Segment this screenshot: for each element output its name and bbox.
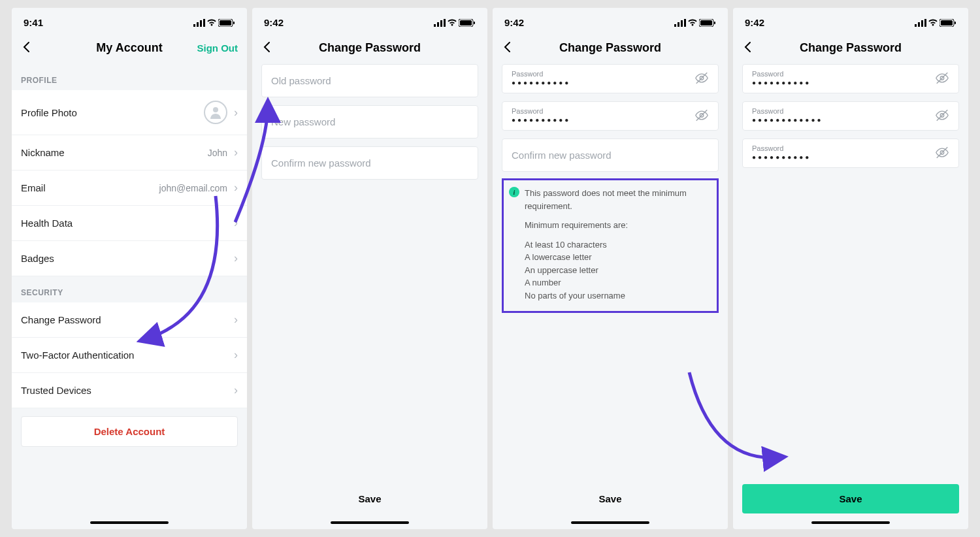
home-indicator[interactable] bbox=[811, 521, 890, 524]
eye-off-icon bbox=[935, 71, 949, 85]
save-button[interactable]: Save bbox=[261, 484, 478, 513]
toggle-visibility-button[interactable] bbox=[935, 108, 949, 124]
new-password-input[interactable]: New password bbox=[261, 105, 478, 138]
list-item-health-data[interactable]: Health Data › bbox=[12, 206, 247, 241]
nav-bar: Change Password bbox=[252, 35, 487, 64]
chevron-left-icon bbox=[263, 41, 270, 53]
save-button[interactable]: Save bbox=[502, 484, 719, 513]
toggle-visibility-button[interactable] bbox=[694, 71, 709, 87]
chevron-left-icon bbox=[743, 41, 751, 53]
svg-rect-13 bbox=[460, 20, 472, 25]
list-label: Badges bbox=[21, 253, 54, 264]
back-button[interactable] bbox=[22, 40, 30, 57]
home-indicator[interactable] bbox=[90, 521, 169, 524]
wifi-icon bbox=[206, 19, 217, 27]
old-password-input[interactable]: Old password bbox=[261, 64, 478, 97]
field-label: Password bbox=[752, 70, 949, 78]
new-password-input[interactable]: Password ●●●●●●●●●● bbox=[502, 101, 719, 131]
list-item-trusted-devices[interactable]: Trusted Devices › bbox=[12, 373, 247, 408]
status-bar: 9:42 bbox=[493, 8, 728, 35]
placeholder: Confirm new password bbox=[271, 157, 371, 169]
section-header-profile: PROFILE bbox=[12, 64, 247, 90]
toggle-visibility-button[interactable] bbox=[935, 145, 949, 161]
list-item-email[interactable]: Email john@email.com › bbox=[12, 171, 247, 206]
password-dots: ●●●●●●●●●● bbox=[512, 116, 709, 123]
old-password-input[interactable]: Password ●●●●●●●●●● bbox=[742, 64, 959, 93]
list-item-nickname[interactable]: Nickname John › bbox=[12, 135, 247, 171]
new-password-input[interactable]: Password ●●●●●●●●●●●● bbox=[742, 101, 959, 131]
list-item-profile-photo[interactable]: Profile Photo › bbox=[12, 90, 247, 135]
confirm-password-input[interactable]: Password ●●●●●●●●●● bbox=[742, 138, 959, 168]
status-icons bbox=[674, 19, 716, 27]
list-label: Trusted Devices bbox=[21, 385, 91, 396]
chevron-right-icon: › bbox=[234, 383, 238, 397]
svg-rect-21 bbox=[714, 22, 715, 24]
svg-rect-26 bbox=[915, 24, 917, 27]
list-value: john@email.com bbox=[159, 183, 227, 193]
list-label: Change Password bbox=[21, 314, 101, 325]
password-dots: ●●●●●●●●●●●● bbox=[752, 116, 949, 123]
back-button[interactable] bbox=[263, 40, 270, 57]
back-button[interactable] bbox=[743, 40, 751, 57]
save-button[interactable]: Save bbox=[742, 484, 959, 513]
info-requirements-heading: Minimum requirements are: bbox=[525, 219, 709, 232]
back-button[interactable] bbox=[503, 40, 511, 57]
chevron-right-icon: › bbox=[234, 252, 238, 265]
confirm-password-input[interactable]: Confirm new password bbox=[502, 138, 719, 172]
list-item-badges[interactable]: Badges › bbox=[12, 241, 247, 276]
placeholder: Confirm new password bbox=[512, 150, 612, 161]
signal-icon bbox=[674, 19, 686, 27]
status-icons bbox=[434, 19, 476, 27]
password-dots: ●●●●●●●●●● bbox=[752, 79, 949, 86]
info-icon: i bbox=[509, 187, 519, 197]
page-title: Change Password bbox=[502, 41, 719, 55]
wifi-icon bbox=[447, 19, 457, 27]
svg-rect-6 bbox=[233, 22, 235, 24]
screen-change-password-valid: 9:42 Change Password Password ●●●●●●●●●●… bbox=[733, 8, 968, 529]
field-label: Password bbox=[752, 144, 949, 152]
screen-change-password-error: 9:42 Change Password Password ●●●●●●●●●●… bbox=[493, 8, 728, 529]
list-item-two-factor[interactable]: Two-Factor Authentication › bbox=[12, 338, 247, 373]
home-indicator[interactable] bbox=[571, 521, 649, 524]
status-time: 9:41 bbox=[24, 17, 43, 28]
chevron-left-icon bbox=[503, 41, 511, 53]
old-password-input[interactable]: Password ●●●●●●●●●● bbox=[502, 64, 719, 93]
home-indicator[interactable] bbox=[331, 521, 409, 524]
svg-rect-0 bbox=[193, 24, 195, 27]
status-time: 9:42 bbox=[745, 17, 764, 28]
svg-rect-11 bbox=[444, 19, 446, 27]
list-label: Two-Factor Authentication bbox=[21, 350, 134, 361]
toggle-visibility-button[interactable] bbox=[694, 108, 709, 124]
sign-out-button[interactable]: Sign Out bbox=[197, 42, 238, 54]
status-bar: 9:42 bbox=[252, 8, 487, 35]
wifi-icon bbox=[687, 19, 698, 27]
svg-rect-1 bbox=[197, 22, 199, 27]
password-requirements-box: i This password does not meet the minimu… bbox=[502, 178, 719, 313]
delete-account-button[interactable]: Delete Account bbox=[21, 416, 238, 447]
svg-rect-3 bbox=[203, 19, 205, 27]
status-time: 9:42 bbox=[264, 17, 284, 28]
svg-rect-18 bbox=[684, 19, 686, 27]
svg-rect-10 bbox=[440, 20, 442, 27]
screen-change-password-empty: 9:42 Change Password Old password New pa… bbox=[252, 8, 487, 529]
signal-icon bbox=[193, 19, 205, 27]
list-label: Health Data bbox=[21, 218, 73, 229]
svg-rect-14 bbox=[474, 22, 475, 24]
placeholder: New password bbox=[271, 116, 335, 127]
field-label: Password bbox=[512, 107, 709, 115]
svg-rect-31 bbox=[941, 20, 953, 25]
signal-icon bbox=[434, 19, 446, 27]
toggle-visibility-button[interactable] bbox=[935, 71, 949, 87]
list-item-change-password[interactable]: Change Password › bbox=[12, 302, 247, 338]
svg-rect-8 bbox=[434, 24, 436, 27]
requirement: At least 10 characters bbox=[525, 238, 709, 252]
chevron-right-icon: › bbox=[234, 181, 238, 195]
wifi-icon bbox=[928, 19, 938, 27]
confirm-password-input[interactable]: Confirm new password bbox=[261, 146, 478, 180]
eye-off-icon bbox=[935, 108, 949, 122]
list-label: Email bbox=[21, 182, 46, 193]
status-bar: 9:42 bbox=[733, 8, 968, 35]
chevron-right-icon: › bbox=[234, 106, 238, 120]
chevron-right-icon: › bbox=[234, 216, 238, 230]
nav-bar: My Account Sign Out bbox=[12, 35, 247, 64]
